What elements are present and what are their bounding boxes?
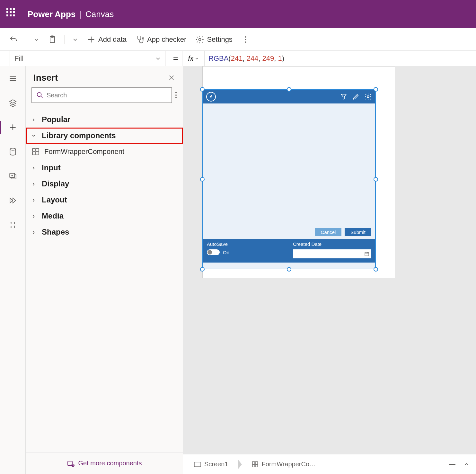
category-media[interactable]: › Media [26, 208, 183, 224]
svg-point-5 [245, 39, 246, 40]
chevron-down-icon [34, 37, 39, 42]
rail-data[interactable] [6, 145, 19, 158]
svg-point-9 [37, 93, 41, 97]
category-label: Shapes [42, 228, 69, 237]
component-icon [251, 461, 259, 468]
rail-insert[interactable] [6, 121, 19, 134]
category-display[interactable]: › Display [26, 176, 183, 192]
chevron-up-icon[interactable] [463, 461, 470, 468]
svg-rect-22 [252, 461, 254, 464]
category-label: Popular [42, 115, 70, 124]
component-footer: AutoSave On Created Date [203, 239, 375, 263]
app-name: Power Apps [28, 9, 75, 19]
svg-rect-8 [10, 173, 14, 177]
clipboard-icon [48, 35, 57, 44]
main-area: Insert › Popular › Library components [0, 66, 476, 474]
settings-button[interactable]: Settings [192, 33, 236, 46]
category-layout[interactable]: › Layout [26, 192, 183, 208]
crumb-component[interactable]: FormWrapperCo… [247, 459, 321, 470]
svg-point-2 [142, 38, 144, 39]
app-checker-label: App checker [147, 35, 186, 44]
created-date-input[interactable] [293, 249, 371, 258]
crumb-separator [238, 460, 242, 469]
category-library-components[interactable]: › Library components [26, 128, 183, 144]
rail-advanced[interactable] [6, 194, 19, 207]
undo-button[interactable] [6, 33, 21, 46]
divider [65, 35, 65, 44]
component-icon [31, 148, 40, 156]
add-data-label: Add data [98, 35, 127, 44]
panel-more-button[interactable] [175, 91, 177, 99]
autosave-toggle[interactable] [207, 249, 220, 255]
chevron-right-icon: › [30, 181, 37, 187]
equals-sign: = [169, 53, 182, 64]
category-label: Library components [42, 131, 116, 140]
formula-fn: RGBA [208, 54, 228, 62]
canvas[interactable]: Cancel Submit AutoSave On Created Date [183, 66, 476, 474]
undo-split-button[interactable] [31, 35, 42, 44]
rail-hamburger[interactable] [6, 72, 19, 85]
chevron-right-icon: › [30, 213, 37, 219]
category-shapes[interactable]: › Shapes [26, 224, 183, 240]
overflow-button[interactable] [242, 34, 250, 45]
created-date-label: Created Date [293, 241, 371, 247]
svg-point-4 [245, 36, 246, 38]
search-icon [36, 92, 43, 99]
rail-tree-view[interactable] [6, 96, 19, 109]
chevron-right-icon: › [30, 229, 37, 236]
panel-close-button[interactable] [168, 74, 175, 81]
submit-button[interactable]: Submit [345, 228, 371, 236]
chevron-right-icon: › [30, 116, 37, 123]
command-bar: Add data App checker Settings [0, 28, 476, 51]
autosave-label: AutoSave [207, 241, 285, 247]
rail-media[interactable] [6, 170, 19, 183]
search-input[interactable] [47, 92, 167, 99]
media-icon [9, 172, 17, 180]
plus-icon [87, 35, 96, 44]
hamburger-icon [9, 74, 17, 83]
app-launcher-icon[interactable] [6, 8, 19, 20]
paste-split-button[interactable] [69, 35, 81, 44]
filter-icon[interactable] [340, 93, 348, 101]
paste-button[interactable] [45, 33, 60, 46]
category-label: Display [42, 179, 69, 188]
back-button[interactable] [206, 92, 216, 102]
component-formwrapper[interactable]: FormWrapperComponent [26, 144, 183, 160]
get-more-components-button[interactable]: Get more components [26, 452, 183, 474]
search-box[interactable] [31, 87, 172, 103]
gear-icon [195, 35, 204, 44]
add-data-button[interactable]: Add data [84, 33, 130, 46]
svg-rect-14 [36, 148, 39, 151]
category-input[interactable]: › Input [26, 160, 183, 176]
formula-bar: Fill = fx RGBA(241, 244, 249, 1) [0, 51, 476, 66]
category-label: Media [42, 211, 64, 220]
app-checker-button[interactable]: App checker [132, 33, 190, 46]
edit-icon[interactable] [352, 93, 360, 101]
import-icon [67, 460, 75, 467]
svg-rect-21 [194, 462, 201, 467]
selected-component[interactable]: Cancel Submit AutoSave On Created Date [202, 89, 376, 269]
layers-icon [9, 99, 17, 107]
fx-button[interactable]: fx [182, 51, 205, 66]
divider [26, 35, 26, 44]
component-header [203, 90, 375, 103]
crumb-label: Screen1 [204, 461, 228, 468]
category-label: Input [42, 163, 61, 172]
screen-icon [194, 461, 201, 467]
category-popular[interactable]: › Popular [26, 112, 183, 128]
rail-tools[interactable] [6, 219, 19, 231]
svg-rect-23 [255, 461, 257, 464]
title-separator: | [79, 9, 82, 19]
formula-input[interactable]: RGBA(241, 244, 249, 1) [205, 54, 476, 63]
minimize-icon[interactable] [449, 464, 455, 465]
cancel-button[interactable]: Cancel [315, 228, 342, 236]
gear-icon[interactable] [364, 93, 372, 101]
property-selector[interactable]: Fill [10, 51, 165, 66]
chevron-down-icon [155, 56, 161, 61]
crumb-screen[interactable]: Screen1 [190, 459, 233, 470]
breadcrumb-bar: Screen1 FormWrapperCo… [183, 454, 476, 474]
component-label: FormWrapperComponent [44, 148, 124, 156]
svg-point-6 [245, 41, 246, 43]
category-list: › Popular › Library components FormWrapp… [26, 110, 183, 240]
database-icon [9, 148, 17, 156]
